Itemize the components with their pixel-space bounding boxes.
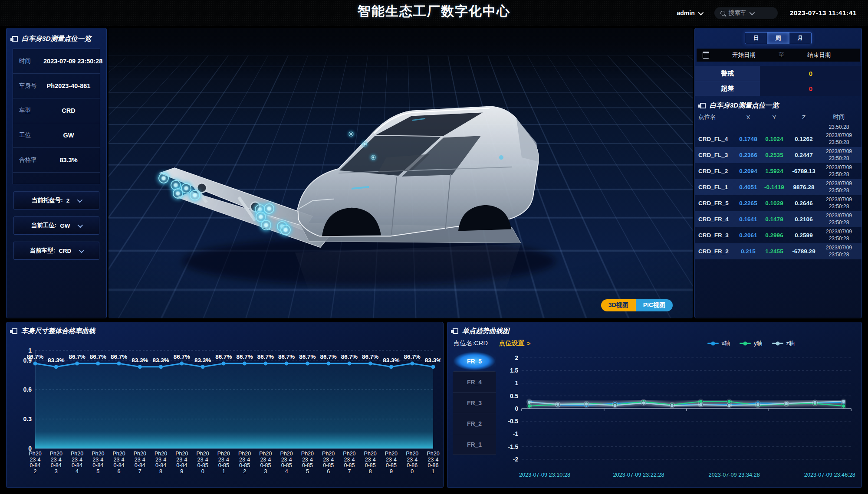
measure-point-marker[interactable] [181, 183, 191, 193]
field-label: 车身号 [19, 82, 43, 90]
y-tick-label: -1.5 [508, 443, 518, 450]
measure-point-marker[interactable] [371, 155, 375, 160]
data-point [613, 403, 617, 407]
field-label: 合格率 [19, 156, 43, 164]
data-label: 83.3% [132, 357, 148, 363]
data-point [368, 362, 372, 366]
x-tick-label: Ph2023-40-860 [406, 451, 418, 474]
stat-row: 超差0 [695, 81, 861, 96]
point-button-FR_5[interactable]: FR_5 [453, 351, 496, 372]
dropdown-select[interactable]: 当前托盘号:2 [13, 191, 99, 209]
point-button-FR_1[interactable]: FR_1 [453, 434, 496, 455]
admin-menu[interactable]: admin [677, 10, 702, 16]
search-box[interactable]: 搜索车 [714, 7, 778, 19]
start-date-field[interactable]: 开始日期 [709, 51, 779, 59]
data-point [263, 362, 267, 366]
table-row[interactable]: CRD_FR_30.20610.29960.25992023/07/0923:5… [695, 227, 861, 243]
data-point [785, 402, 788, 405]
dropdown-select[interactable]: 当前车型:CRD [13, 242, 99, 260]
measure-point-marker[interactable] [190, 190, 200, 200]
data-label: 86.7% [174, 353, 190, 360]
cell-point-name: CRD_FL_2 [698, 168, 736, 174]
measure-point-marker[interactable] [362, 142, 367, 147]
x-tick-label: Ph2023-40-849 [175, 451, 188, 474]
cell-y: 0.1479 [761, 216, 788, 222]
tab-日[interactable]: 日 [745, 33, 767, 44]
measure-point-marker[interactable] [264, 203, 274, 214]
cell-point-name: CRD_FR_2 [698, 248, 736, 255]
viewport-3d[interactable]: 3D视图 PIC视图 [108, 28, 693, 318]
point-button-FR_4[interactable]: FR_4 [453, 372, 496, 393]
data-label: 83.3% [194, 357, 211, 363]
arrow-right-icon: > [527, 340, 530, 347]
data-point [54, 365, 58, 369]
view-pic-button[interactable]: PIC视图 [636, 299, 673, 311]
measure-point-marker[interactable] [349, 131, 353, 136]
cell-date-line: 2023/07/09 [820, 148, 858, 155]
trend-panel: 单点趋势曲线图 点位名:CRD 点位设置 > x轴y轴z轴 FR_5FR_4FR… [447, 322, 862, 488]
table-row[interactable]: CRD_FL_10.4051-0.14199876.282023/07/0923… [695, 179, 861, 195]
chevron-down-icon [77, 197, 83, 203]
measurement-table[interactable]: 23:50:28CRD_FL_40.17480.10240.12622023/0… [695, 122, 861, 259]
admin-label: admin [677, 10, 694, 16]
search-placeholder: 搜索车 [729, 9, 746, 17]
legend-item-x轴[interactable]: x轴 [707, 340, 730, 347]
column-header: Y [761, 114, 788, 121]
x-tick-label: Ph2023-40-845 [92, 451, 104, 474]
legend-swatch [740, 343, 751, 344]
point-settings-link[interactable]: 点位设置 > [499, 339, 530, 347]
cell-time: 2023/07/0923:50:28 [820, 164, 858, 178]
data-point [117, 362, 121, 366]
x-tick-label: Ph2023-40-857 [343, 451, 355, 474]
table-row[interactable]: CRD_FL_20.20941.5924-6789.132023/07/0923… [695, 163, 861, 179]
data-label: 86.7% [111, 353, 127, 360]
data-label: 86.7% [257, 353, 274, 360]
point-button-FR_3[interactable]: FR_3 [453, 393, 496, 413]
table-row[interactable]: CRD_FL_40.17480.10240.12622023/07/0923:5… [695, 131, 861, 147]
view-3d-button[interactable]: 3D视图 [601, 299, 636, 311]
table-row-partial[interactable]: 23:50:28 [695, 122, 861, 131]
data-point [842, 404, 845, 408]
cell-time-line: 23:50:28 [820, 252, 858, 258]
cell-z: 0.2447 [788, 152, 820, 158]
table-row[interactable]: CRD_FR_50.22650.10290.26462023/07/0923:5… [695, 195, 861, 211]
trend-subheader: 点位名:CRD 点位设置 > x轴y轴z轴 [454, 339, 855, 347]
measure-point-marker[interactable] [280, 225, 291, 235]
data-point [431, 365, 435, 369]
vehicle-info-card: 时间2023-07-09 23:50:28车身号Ph2023-40-861车型C… [13, 49, 100, 184]
legend-swatch [707, 343, 719, 344]
cell-z: -6789.13 [788, 168, 820, 174]
trend-body: FR_5FR_4FR_3FR_2FR_1 21.510.50-0.5-1-1.5… [453, 351, 856, 481]
legend-item-z轴[interactable]: z轴 [772, 340, 795, 347]
table-row[interactable]: CRD_FL_30.23660.25350.24472023/07/0923:5… [695, 147, 861, 163]
cell-x: 0.2366 [736, 152, 761, 158]
tab-周[interactable]: 周 [767, 33, 789, 44]
cell-x: 0.2094 [736, 168, 761, 174]
cell-time: 23:50:28 [820, 124, 858, 131]
table-row[interactable]: CRD_FR_20.2151.2455-6789.292023/07/0923:… [695, 243, 861, 259]
cell-time-line: 23:50:28 [820, 203, 858, 210]
legend-item-y轴[interactable]: y轴 [740, 340, 763, 347]
y-tick-label: -0.5 [508, 418, 518, 425]
page-title: 智能生态工厂数字化中心 [358, 3, 510, 20]
measure-point-marker[interactable] [158, 173, 169, 183]
date-to-label: 至 [779, 51, 785, 59]
data-label: 83.3% [425, 357, 441, 363]
end-date-field[interactable]: 结束日期 [784, 51, 854, 59]
cell-y: -0.1419 [761, 184, 788, 190]
y-tick-label: 0.5 [510, 393, 518, 399]
point-button-FR_2[interactable]: FR_2 [453, 413, 496, 434]
table-row[interactable]: CRD_FR_40.16410.14790.21062023/07/0923:5… [695, 211, 861, 227]
field-value: 83.3% [43, 157, 94, 164]
data-point [389, 365, 393, 369]
y-tick-label: 0.3 [23, 415, 32, 422]
cell-point-name: CRD_FL_3 [698, 152, 736, 158]
date-range-picker[interactable]: 开始日期 至 结束日期 [697, 49, 860, 62]
measure-point-marker[interactable] [261, 220, 271, 230]
area-fill [35, 363, 433, 448]
dropdown-select[interactable]: 当前工位:GW [13, 216, 99, 235]
cell-time-line: 23:50:28 [820, 236, 858, 242]
tab-月[interactable]: 月 [789, 33, 811, 44]
measurement-markers [108, 28, 693, 318]
field-value: 2023-07-09 23:50:28 [43, 58, 102, 65]
